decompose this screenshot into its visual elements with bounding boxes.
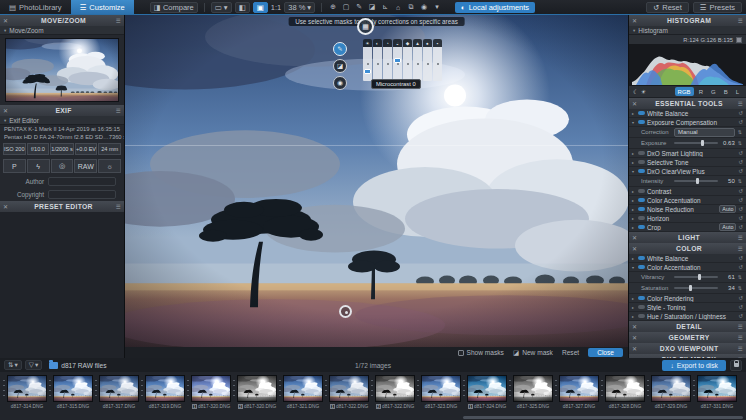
show-masks-toggle[interactable]: Show masks bbox=[458, 349, 504, 356]
toggle[interactable] bbox=[638, 169, 645, 173]
sort-button[interactable]: ⇅ ▾ bbox=[4, 360, 22, 370]
channel-g-button[interactable]: G bbox=[708, 87, 719, 96]
filmstrip-item[interactable]: d817-331.DNG bbox=[691, 375, 737, 409]
color-color-accentuation[interactable]: ▾ Color Accentuation↺ bbox=[629, 263, 746, 272]
thumbnail[interactable] bbox=[191, 375, 231, 402]
presets-button[interactable]: ☰ Presets bbox=[693, 2, 742, 13]
stepper-icon[interactable]: ⇅ bbox=[738, 129, 742, 135]
reset-masks-button[interactable]: Reset bbox=[562, 349, 579, 356]
tool-color-accentuation[interactable]: ▸ Color Accentuation↺ bbox=[629, 196, 746, 205]
filmstrip-item[interactable]: d817-321.DNG bbox=[277, 375, 323, 409]
toggle[interactable] bbox=[638, 256, 645, 260]
tool-smart-lighting[interactable]: ▸ DxO Smart Lighting↺ bbox=[629, 149, 746, 158]
reset-tool-icon[interactable]: ↺ bbox=[738, 168, 743, 174]
fit-zoom-button[interactable]: ▣ bbox=[253, 2, 268, 13]
filmstrip-item[interactable]: 1 d817-320.DNG bbox=[185, 375, 231, 409]
thumbnail[interactable] bbox=[7, 375, 47, 402]
filmstrip-item[interactable]: 1 d817-322.DNG bbox=[323, 375, 369, 409]
zoom-1to1-button[interactable]: 1:1 bbox=[271, 3, 281, 12]
channel-b-button[interactable]: B bbox=[721, 87, 731, 96]
toggle[interactable] bbox=[638, 225, 645, 229]
thumbnail[interactable] bbox=[605, 375, 645, 402]
thumbnail[interactable] bbox=[651, 375, 691, 402]
filmstrip-item[interactable]: d817-314.DNG bbox=[1, 375, 47, 409]
crop-tool[interactable]: ▢ bbox=[341, 3, 351, 11]
thumbnail[interactable] bbox=[697, 375, 737, 402]
menu-icon[interactable]: ☰ bbox=[116, 18, 121, 24]
tool-exposure-compensation[interactable]: ▾ Exposure Compensation↺ bbox=[629, 118, 746, 127]
stepper-icon[interactable]: ⇅ bbox=[738, 140, 742, 146]
menu-icon[interactable]: ☰ bbox=[738, 335, 743, 341]
filmstrip-item[interactable]: 2 d817-320.DNG bbox=[231, 375, 277, 409]
tools-caret-icon[interactable]: ▾ bbox=[432, 3, 442, 11]
reset-tool-icon[interactable]: ↺ bbox=[738, 119, 743, 125]
eraser-mode-button[interactable]: ◪ bbox=[333, 59, 347, 73]
correction-select[interactable]: Manual bbox=[674, 128, 735, 137]
reset-tool-icon[interactable]: ↺ bbox=[738, 206, 743, 212]
close-icon[interactable]: ✕ bbox=[632, 234, 637, 241]
vibrancy-slider[interactable] bbox=[393, 47, 402, 81]
menu-icon[interactable]: ☰ bbox=[738, 235, 743, 241]
tool-contrast[interactable]: ▸ Contrast↺ bbox=[629, 187, 746, 196]
tool-noise-reduction[interactable]: ▸ Noise Reduction Auto ↺ bbox=[629, 205, 746, 214]
filmstrip-item[interactable]: d817-327.DNG bbox=[553, 375, 599, 409]
lock-button[interactable] bbox=[730, 360, 742, 371]
menu-icon[interactable]: ☰ bbox=[738, 246, 743, 252]
blur-slider[interactable] bbox=[423, 47, 432, 81]
menu-icon[interactable]: ☰ bbox=[116, 204, 121, 210]
thumbnail[interactable] bbox=[375, 375, 415, 402]
brush-mode-button[interactable]: ✎ bbox=[333, 42, 347, 56]
slider-handle[interactable] bbox=[689, 285, 692, 291]
close-icon[interactable]: ✕ bbox=[632, 323, 637, 330]
photo-canvas[interactable]: Use selective masks to apply corrections… bbox=[125, 15, 628, 347]
close-icon[interactable]: ✕ bbox=[632, 345, 637, 352]
zoom-percent-select[interactable]: 38 % ▾ bbox=[284, 2, 315, 13]
toggle[interactable] bbox=[638, 296, 645, 300]
local-adjustments-button[interactable]: ◐ Local adjustments bbox=[455, 2, 535, 13]
reset-tool-icon[interactable]: ↺ bbox=[738, 197, 743, 203]
compare-button[interactable]: ◨ Compare bbox=[150, 2, 198, 13]
reset-tool-icon[interactable]: ↺ bbox=[738, 304, 743, 310]
filmstrip-item[interactable]: 2 d817-322.DNG bbox=[369, 375, 415, 409]
movezoom-subheader[interactable]: ▾ Move/Zoom bbox=[0, 26, 124, 35]
stepper-icon[interactable]: ⇅ bbox=[738, 285, 742, 291]
mask-control-point[interactable] bbox=[339, 305, 352, 318]
viewpoint-section-header[interactable]: ✕ DXO VIEWPOINT ☰ bbox=[629, 343, 746, 354]
splitview-button[interactable]: ◧ bbox=[235, 2, 250, 13]
microcontrast-slider[interactable] bbox=[383, 47, 392, 81]
menu-icon[interactable]: ☰ bbox=[116, 108, 121, 114]
thumbnail[interactable] bbox=[513, 375, 553, 402]
auto-chip[interactable]: Auto bbox=[719, 223, 736, 231]
pan-tool[interactable]: ⊕ bbox=[328, 3, 338, 11]
reset-tool-icon[interactable]: ↺ bbox=[738, 188, 743, 194]
toggle[interactable] bbox=[638, 151, 645, 155]
clone-tool[interactable]: ⧉ bbox=[406, 3, 416, 11]
filmstrip-item[interactable]: d817-315.DNG bbox=[47, 375, 93, 409]
reset-tool-icon[interactable]: ↺ bbox=[738, 255, 743, 261]
tool-white-balance[interactable]: ▸ White Balance↺ bbox=[629, 109, 746, 118]
tab-customize[interactable]: ☰ Customize bbox=[71, 0, 134, 14]
new-mask-button[interactable]: ◪ New mask bbox=[513, 349, 553, 357]
thumbnail[interactable] bbox=[559, 375, 599, 402]
menu-icon[interactable]: ☰ bbox=[738, 324, 743, 330]
close-icon[interactable]: ✕ bbox=[3, 107, 8, 114]
redeye-tool[interactable]: ◉ bbox=[419, 3, 429, 11]
exposure-slider[interactable] bbox=[674, 142, 718, 144]
hue-saturation-lightness[interactable]: ▸ Hue / Saturation / Lightness↺ bbox=[629, 312, 746, 321]
filter-button[interactable]: ▽ ▾ bbox=[25, 360, 42, 370]
reset-tool-icon[interactable]: ↺ bbox=[738, 150, 743, 156]
saturation-slider[interactable] bbox=[403, 47, 412, 81]
toggle[interactable] bbox=[638, 265, 645, 269]
viewmode-button[interactable]: ▭ ▾ bbox=[211, 2, 232, 13]
filmstrip-item[interactable]: d817-317.DNG bbox=[93, 375, 139, 409]
color-section-header[interactable]: ✕ COLOR ☰ bbox=[629, 243, 746, 254]
menu-icon[interactable]: ☰ bbox=[738, 18, 743, 24]
toggle[interactable] bbox=[638, 314, 645, 318]
tab-photolibrary[interactable]: ▤ PhotoLibrary bbox=[0, 0, 71, 14]
toggle[interactable] bbox=[638, 120, 645, 124]
export-to-disk-button[interactable]: ↓ Export to disk bbox=[662, 360, 726, 371]
toggle[interactable] bbox=[638, 305, 645, 309]
tool-clearview-plus[interactable]: ▾ DxO ClearView Plus↺ bbox=[629, 167, 746, 176]
filmstrip-item[interactable]: 1 d817-324.DNG bbox=[461, 375, 507, 409]
toggle[interactable] bbox=[638, 111, 645, 115]
